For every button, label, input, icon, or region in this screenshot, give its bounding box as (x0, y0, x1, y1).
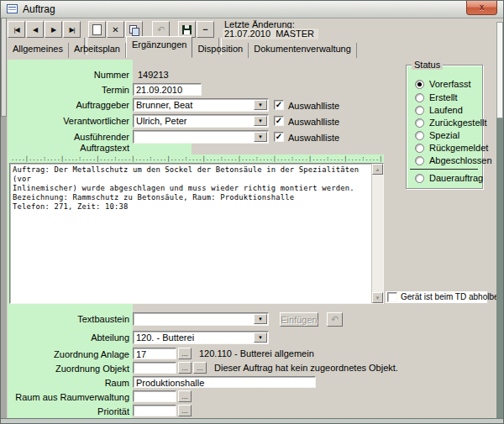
close-button[interactable]: x (466, 1, 497, 15)
insert-undo-button[interactable]: ↶ (327, 312, 343, 327)
title-bar[interactable]: Auftrag x (1, 1, 504, 18)
raum-input[interactable]: Produktionshalle (133, 376, 316, 388)
raum-aus-raumverwaltung-label: Raum aus Raumverwaltung (8, 392, 129, 402)
abteilung-combobox[interactable]: 120. - Butterei ▼ (133, 331, 269, 344)
radio-abgeschlossen[interactable] (415, 156, 424, 165)
ausfuehrender-auswahlliste-checkbox[interactable]: ✓ (274, 132, 284, 142)
first-record-button[interactable]: |◀ (8, 21, 25, 38)
chevron-down-icon[interactable]: ▼ (254, 116, 267, 126)
copy-icon (129, 25, 139, 34)
verantwortlicher-auswahlliste-checkbox[interactable]: ✓ (274, 116, 284, 126)
last-record-button[interactable]: ▶| (63, 21, 81, 38)
tab-allgemeines[interactable]: Allgemeines (8, 43, 69, 58)
abteilung-value: 120. - Butterei (136, 332, 194, 343)
auftrag-window: Auftrag x |◀ ◀ ▶ ▶| ✕ ↶ (0, 0, 504, 424)
insert-undo-icon: ↶ (331, 314, 339, 325)
radio-rueckgemeldet-label: Rückgemeldet (429, 143, 488, 153)
verantwortlicher-combobox[interactable]: Ulrich, Peter ▼ (133, 114, 269, 128)
zuordnung-objekt-caption: Dieser Auftrag hat kein zugeordnetes Obj… (214, 363, 398, 373)
chevron-down-icon[interactable]: ▼ (254, 132, 267, 142)
radio-dauerauftrag[interactable] (415, 174, 424, 183)
status-groupbox: Status Vorerfasst Erstellt Laufend Zurüc… (406, 65, 483, 189)
right-scrollbar-thumb[interactable] (496, 22, 503, 118)
verantwortlicher-value: Ulrich, Peter (136, 116, 187, 126)
checkmark-icon: ✓ (276, 133, 282, 141)
scroll-up-button[interactable]: ▲ (372, 164, 383, 175)
radio-rueckgemeldet[interactable] (415, 144, 424, 153)
left-scrollbar-thumb[interactable] (1, 18, 7, 117)
checkmark-icon: ✓ (276, 101, 282, 109)
prioritaet-label: Priorität (8, 406, 129, 416)
auftraggeber-label: Auftraggeber (8, 100, 129, 110)
close-icon: x (480, 3, 485, 12)
auftraggeber-combobox[interactable]: Brunner, Beat ▼ (133, 98, 269, 112)
nummer-label: Nummer (8, 70, 129, 80)
auftraggeber-auswahlliste-checkbox[interactable]: ✓ (274, 100, 284, 110)
radio-spezial[interactable] (415, 131, 424, 140)
ausfuehrender-auswahlliste-label: Auswahlliste (288, 133, 339, 143)
previous-record-button[interactable]: ◀ (26, 21, 44, 38)
pickup-checkbox[interactable] (387, 292, 397, 302)
radio-erstellt[interactable] (415, 93, 424, 102)
zuordnung-objekt-label: Zuordnung Objekt (8, 364, 129, 374)
radio-zurueckgestellt[interactable] (415, 118, 424, 128)
text-ruler: ....|....:....|....:....|....:....|....:… (8, 154, 384, 163)
zuordnung-anlage-label: Zuordnung Anlage (8, 349, 129, 359)
window-title: Auftrag (23, 3, 55, 15)
chevron-down-icon[interactable]: ▼ (254, 314, 267, 324)
radio-vorerfasst-label: Vorerfasst (429, 79, 471, 89)
auftragstext-textarea[interactable]: Auftrag: Der Metallschutz um den Sockel … (9, 163, 384, 304)
tab-dokumentenverwaltung[interactable]: Dokumentenverwaltung (249, 43, 357, 58)
einfuegen-button[interactable]: Einfügen (280, 312, 318, 327)
prioritaet-input[interactable] (133, 405, 176, 416)
checkmark-icon: ✓ (276, 117, 282, 125)
zuordnung-anlage-input[interactable]: 17 (133, 348, 176, 359)
next-record-button[interactable]: ▶ (45, 21, 62, 38)
radio-laufend[interactable] (415, 106, 424, 115)
textarea-scrollbar[interactable]: ▲ ▼ (371, 164, 383, 303)
radio-spezial-label: Spezial (429, 130, 459, 140)
tab-ergaenzungen[interactable]: Ergänzungen (126, 36, 192, 58)
last-change-value: 21.07.2010 MASTER (223, 29, 318, 39)
ausfuehrender-combobox[interactable]: ▼ (133, 130, 269, 144)
einfuegen-button-label: Einfügen (281, 315, 317, 325)
radio-vorerfasst[interactable] (415, 80, 424, 89)
raum-aus-raumverwaltung-browse-button[interactable]: ... (178, 390, 192, 402)
delete-icon: ✕ (112, 25, 118, 34)
zuordnung-objekt-browse-button[interactable]: ... (178, 362, 192, 374)
chevron-down-icon[interactable]: ▼ (254, 100, 267, 110)
radio-abgeschlossen-label: Abgeschlossen (429, 155, 492, 165)
right-scrollbar[interactable] (496, 22, 503, 418)
left-scrollbar[interactable] (1, 18, 7, 418)
chevron-down-icon[interactable]: ▼ (254, 332, 267, 343)
new-record-button[interactable] (88, 21, 106, 38)
textbaustein-label: Textbaustein (8, 314, 129, 324)
verantwortlicher-auswahlliste-label: Auswahlliste (288, 117, 339, 127)
scroll-down-button[interactable]: ▼ (372, 292, 383, 303)
radio-dauerauftrag-label: Dauerauftrag (429, 173, 483, 183)
termin-input[interactable]: 21.09.2010 (133, 83, 202, 96)
tab-strip: Allgemeines Arbeitsplan Ergänzungen Disp… (8, 40, 357, 58)
delete-record-button[interactable]: ✕ (107, 21, 124, 38)
tab-disposition[interactable]: Disposition (192, 43, 249, 58)
verantwortlicher-label: Verantwortlicher (8, 116, 129, 126)
scroll-up-icon: ▲ (375, 167, 381, 172)
prioritaet-browse-button[interactable]: ... (178, 405, 192, 416)
textbaustein-combobox[interactable]: ▼ (133, 312, 269, 326)
nummer-value: 149213 (138, 70, 169, 80)
auftraggeber-value: Brunner, Beat (136, 100, 192, 110)
radio-zurueckgestellt-label: Zurückgestellt (429, 118, 486, 128)
tab-arbeitsplan[interactable]: Arbeitsplan (69, 43, 126, 58)
undo-button[interactable]: ↶ (152, 21, 170, 38)
save-button[interactable] (178, 21, 196, 38)
copy-record-button[interactable] (125, 21, 143, 38)
scroll-down-icon: ▼ (375, 296, 381, 301)
new-page-icon (92, 24, 102, 35)
zuordnung-objekt-input[interactable] (133, 362, 176, 374)
zuordnung-anlage-browse-button[interactable]: ... (178, 348, 192, 359)
remove-button[interactable]: − (197, 21, 214, 38)
zuordnung-objekt-browse-button-2[interactable]: ... (193, 362, 207, 374)
minus-icon: − (202, 24, 207, 34)
raum-aus-raumverwaltung-input[interactable] (133, 390, 176, 402)
auftragstext-label: Auftragstext (8, 143, 129, 153)
